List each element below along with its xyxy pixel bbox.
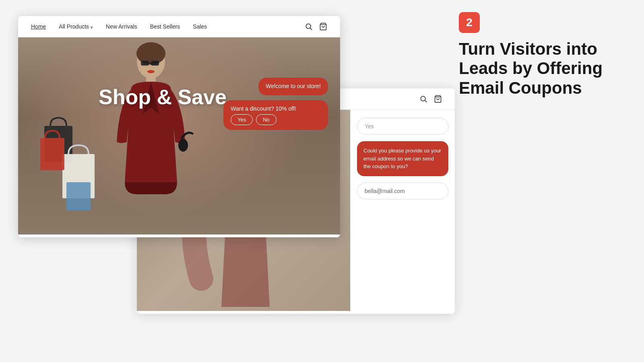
back-search-icon[interactable] [419,95,427,103]
chat-container: Welcome to our store! Want a discount? 1… [223,78,328,130]
nav-icons [305,23,327,31]
svg-point-12 [147,70,155,73]
email-input[interactable]: bella@mail.com [357,183,448,200]
yes-button[interactable]: Yes [231,114,253,125]
nav-best-sellers[interactable]: Best Sellers [150,23,180,30]
front-browser-window: Home All Products New Arrivals Best Sell… [18,16,340,237]
back-cart-icon[interactable] [434,95,442,103]
svg-point-15 [421,96,425,101]
back-chat-bubble-email: Could you please provide us your email a… [357,141,448,176]
back-chat-panel: Yes Could you please provide us your ema… [350,110,455,311]
nav-sales[interactable]: Sales [193,23,207,30]
step-badge: 2 [459,12,480,33]
chat-bubble-welcome: Welcome to our store! [258,78,328,95]
description-panel: 2 Turn Visitors into Leads by Offering E… [459,12,612,98]
hero-section: Shop & Save Welcome to our store! Want a… [18,37,340,234]
person-figure [99,41,199,230]
svg-point-14 [178,139,188,152]
no-button[interactable]: No [256,114,277,125]
chat-bubble-discount: Want a discount? 10% off! Yes No [223,100,328,130]
svg-rect-6 [66,182,91,210]
nav-home[interactable]: Home [31,23,46,30]
hero-headline: Shop & Save [99,86,227,109]
svg-rect-10 [151,61,159,66]
nav-new-arrivals[interactable]: New Arrivals [106,23,137,30]
nav-all-products[interactable]: All Products [59,23,93,30]
cart-icon[interactable] [319,23,327,31]
svg-point-8 [136,42,165,65]
svg-line-1 [310,28,312,30]
svg-line-16 [425,101,427,103]
chat-buttons: Yes No [231,114,321,125]
yes-response-input[interactable]: Yes [357,118,448,135]
description-title: Turn Visitors into Leads by Offering Ema… [459,39,612,98]
svg-rect-5 [40,138,64,170]
svg-point-0 [306,24,311,29]
front-nav: Home All Products New Arrivals Best Sell… [18,16,340,37]
search-icon[interactable] [305,23,313,31]
svg-rect-9 [141,61,149,66]
